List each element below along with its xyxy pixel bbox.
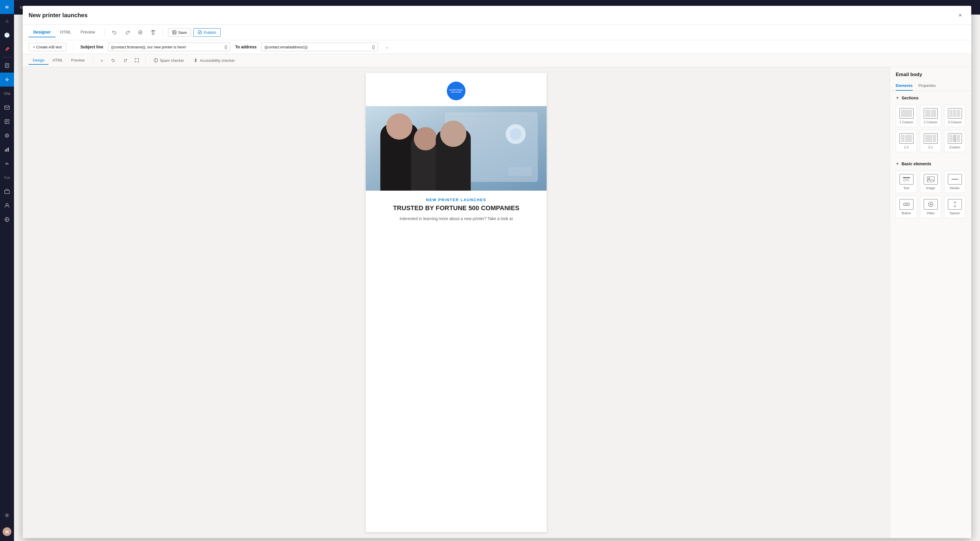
svg-rect-15 (5, 190, 10, 194)
sidebar-item-insights[interactable] (0, 143, 14, 157)
3col-label: 3 Column (948, 121, 962, 124)
sidebar-item-recent[interactable]: 🕐 (0, 28, 14, 42)
email-body-text: Interested in learning more about a new … (366, 216, 547, 228)
sidebar-item-channels[interactable]: Cha (0, 87, 14, 101)
right-panel: Email body Elements Properties ▼ Section… (889, 67, 971, 538)
modal-header: New printer launches × (23, 6, 971, 25)
sidebar-item-linkedin[interactable]: in (0, 157, 14, 171)
subject-input[interactable] (108, 43, 222, 51)
divider-label: Divider (950, 186, 959, 190)
publish-button[interactable]: Publish (193, 28, 221, 37)
save-button[interactable]: Save (168, 28, 191, 37)
delete-button[interactable] (148, 27, 158, 38)
sidebar-item-assets[interactable] (0, 184, 14, 198)
subject-input-wrap: {} (108, 43, 231, 51)
sidebar-item-settings[interactable] (0, 508, 14, 522)
spacer-label: Spacer (950, 211, 960, 215)
subject-row: + Create A/B test Subject line {} To add… (23, 40, 971, 54)
sections-header[interactable]: ▼ Sections (896, 95, 966, 100)
sidebar-item-home[interactable]: ⌂ (0, 14, 14, 28)
2-1-icon (924, 133, 938, 144)
element-video[interactable]: Video (920, 196, 941, 218)
design-undo-button[interactable] (109, 56, 118, 65)
expand-button[interactable]: ⌄ (383, 43, 392, 51)
tab-designer[interactable]: Designer (29, 27, 56, 37)
video-label: Video (927, 211, 935, 215)
sidebar-item-email[interactable] (0, 101, 14, 114)
basic-elements-header[interactable]: ▼ Basic elements (896, 162, 966, 166)
accessibility-checker-button[interactable]: Accessibility checker (190, 57, 238, 64)
spacer-icon (948, 199, 962, 209)
element-spacer[interactable]: Spacer (944, 196, 966, 218)
element-button[interactable]: Button (896, 196, 917, 218)
ai-button[interactable] (135, 27, 146, 38)
add-element-button[interactable]: + (97, 56, 107, 65)
section-1col[interactable]: 1 Column (896, 105, 917, 127)
svg-point-23 (198, 31, 202, 34)
section-1-2[interactable]: 1-2 (896, 130, 917, 152)
design-tab-preview[interactable]: Preview (67, 56, 89, 65)
panel-title: Email body (890, 67, 971, 81)
email-logo-area: CONTOSO SOLUTIONS (366, 73, 547, 106)
app-logo[interactable]: M (0, 0, 14, 14)
svg-point-4 (6, 79, 8, 81)
create-ab-label: + Create A/B test (33, 45, 62, 49)
element-text[interactable]: Text (896, 171, 917, 193)
sidebar-item-contacts[interactable] (0, 59, 14, 73)
redo-button[interactable] (122, 27, 133, 38)
tab-properties[interactable]: Properties (918, 81, 935, 90)
email-canvas-area[interactable]: CONTOSO SOLUTIONS (23, 67, 889, 538)
design-tab-html[interactable]: HTML (48, 56, 67, 65)
tab-preview[interactable]: Preview (76, 27, 100, 37)
custom-icon (948, 133, 962, 144)
2col-label: 2 Column (924, 121, 937, 124)
button-icon (899, 199, 913, 209)
create-ab-button[interactable]: + Create A/B test (29, 43, 66, 51)
video-icon (924, 199, 938, 209)
save-label: Save (178, 30, 187, 35)
spam-checker-button[interactable]: Spam checker (150, 57, 188, 64)
2-1-label: 2-1 (928, 146, 933, 149)
sidebar-avatar[interactable]: M (0, 525, 14, 539)
tab-html[interactable]: HTML (56, 27, 76, 37)
svg-point-11 (6, 135, 8, 136)
element-image[interactable]: Image (920, 171, 941, 193)
to-input[interactable] (262, 43, 369, 51)
undo-button[interactable] (110, 27, 120, 38)
sidebar-item-forms[interactable] (0, 114, 14, 129)
section-3col[interactable]: 3 Column (944, 105, 966, 127)
element-divider[interactable]: Divider (944, 171, 966, 193)
section-2-1[interactable]: 2-1 (920, 130, 941, 152)
section-custom[interactable]: Custom (944, 130, 966, 152)
image-icon (924, 174, 938, 184)
tab-elements[interactable]: Elements (896, 81, 913, 90)
modal-close-button[interactable]: × (955, 10, 966, 21)
svg-rect-12 (5, 149, 6, 152)
svg-rect-21 (173, 31, 175, 32)
2col-icon (924, 108, 938, 119)
subject-line-label: Subject line (81, 44, 103, 49)
email-canvas: CONTOSO SOLUTIONS (366, 73, 547, 532)
design-tab-design[interactable]: Design (29, 56, 48, 65)
design-sep-1 (93, 57, 93, 64)
svg-rect-26 (903, 177, 910, 178)
sections-panel: ▼ Sections 1 Column (890, 91, 971, 162)
sidebar-item-pin[interactable]: 📌 (0, 42, 14, 56)
sections-grid: 1 Column 2 Column (896, 105, 966, 152)
basic-collapse-icon: ▼ (896, 162, 899, 166)
to-template-icon[interactable]: {} (369, 43, 378, 51)
section-2col[interactable]: 2 Column (920, 105, 941, 127)
sidebar-item-segments[interactable] (0, 129, 14, 143)
design-redo-button[interactable] (121, 56, 130, 65)
subject-separator (73, 43, 73, 51)
sidebar: M ⌂ 🕐 📌 Cha in Cus (0, 0, 14, 541)
sidebar-item-websites[interactable] (0, 213, 14, 227)
sidebar-item-user[interactable] (0, 198, 14, 213)
subject-template-icon[interactable]: {} (222, 43, 230, 51)
svg-rect-27 (903, 179, 909, 180)
sidebar-item-journeys[interactable] (0, 73, 14, 87)
expand-canvas-button[interactable] (132, 56, 142, 65)
text-label: Text (903, 186, 909, 190)
email-logo-text: CONTOSO SOLUTIONS (449, 89, 463, 94)
sidebar-item-custom[interactable]: Cus (0, 171, 14, 184)
